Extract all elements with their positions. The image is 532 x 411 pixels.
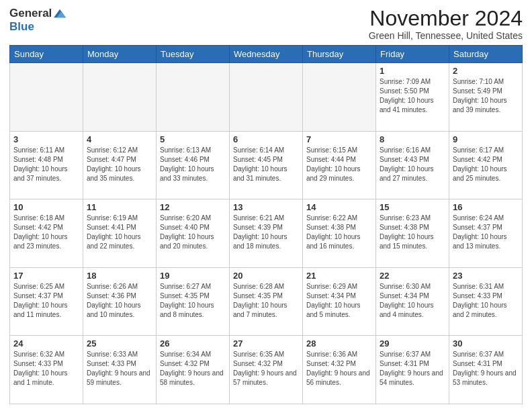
calendar-cell [230,63,303,132]
day-number: 2 [453,66,519,76]
day-number: 22 [380,271,445,281]
calendar-cell: 29Sunrise: 6:37 AMSunset: 4:31 PMDayligh… [376,336,449,404]
day-info: Sunrise: 6:27 AMSunset: 4:35 PMDaylight:… [160,282,226,320]
calendar-cell: 16Sunrise: 6:24 AMSunset: 4:37 PMDayligh… [449,199,523,268]
day-info: Sunrise: 7:09 AMSunset: 5:50 PMDaylight:… [380,77,445,115]
day-number: 28 [306,338,372,349]
page: General Blue November 2024 Green Hill, T… [0,0,532,411]
calendar-cell: 23Sunrise: 6:31 AMSunset: 4:33 PMDayligh… [449,267,523,336]
day-number: 7 [306,134,372,144]
day-number: 11 [87,202,152,212]
day-number: 13 [233,202,299,212]
calendar-cell: 13Sunrise: 6:21 AMSunset: 4:39 PMDayligh… [230,199,303,268]
day-number: 25 [87,338,152,349]
day-number: 30 [453,338,519,349]
day-number: 19 [160,271,226,281]
logo: General Blue [9,7,66,34]
day-info: Sunrise: 6:28 AMSunset: 4:35 PMDaylight:… [233,282,299,320]
calendar-cell: 17Sunrise: 6:25 AMSunset: 4:37 PMDayligh… [10,267,83,336]
day-number: 16 [453,202,519,212]
logo-general-text: General [9,7,52,20]
day-info: Sunrise: 6:17 AMSunset: 4:42 PMDaylight:… [453,146,519,183]
calendar-cell: 8Sunrise: 6:16 AMSunset: 4:43 PMDaylight… [376,131,449,199]
calendar-cell: 27Sunrise: 6:35 AMSunset: 4:32 PMDayligh… [230,336,303,404]
calendar-header-thursday: Thursday [303,46,376,63]
day-number: 10 [13,202,79,212]
calendar-header-saturday: Saturday [449,46,523,63]
day-info: Sunrise: 6:35 AMSunset: 4:32 PMDaylight:… [233,350,299,387]
calendar-header-row: SundayMondayTuesdayWednesdayThursdayFrid… [10,46,523,63]
day-number: 3 [13,134,79,144]
calendar-cell: 1Sunrise: 7:09 AMSunset: 5:50 PMDaylight… [376,63,449,132]
calendar-header-sunday: Sunday [10,46,83,63]
calendar-cell: 3Sunrise: 6:11 AMSunset: 4:48 PMDaylight… [10,131,83,199]
calendar-cell [157,63,230,132]
calendar-cell [303,63,376,132]
calendar-header-friday: Friday [376,46,449,63]
day-number: 6 [233,134,299,144]
calendar-cell: 25Sunrise: 6:33 AMSunset: 4:33 PMDayligh… [83,336,157,404]
day-info: Sunrise: 6:31 AMSunset: 4:33 PMDaylight:… [453,282,519,320]
day-info: Sunrise: 6:20 AMSunset: 4:40 PMDaylight:… [160,214,226,251]
day-info: Sunrise: 6:19 AMSunset: 4:41 PMDaylight:… [87,214,152,251]
day-number: 5 [160,134,226,144]
calendar-cell: 20Sunrise: 6:28 AMSunset: 4:35 PMDayligh… [230,267,303,336]
day-number: 8 [380,134,445,144]
logo-blue-text: Blue [9,20,34,34]
day-info: Sunrise: 6:29 AMSunset: 4:34 PMDaylight:… [306,282,372,320]
day-number: 9 [453,134,519,144]
day-info: Sunrise: 6:37 AMSunset: 4:31 PMDaylight:… [453,350,519,387]
calendar-cell: 10Sunrise: 6:18 AMSunset: 4:42 PMDayligh… [10,199,83,268]
day-info: Sunrise: 6:30 AMSunset: 4:34 PMDaylight:… [380,282,445,320]
calendar-cell: 30Sunrise: 6:37 AMSunset: 4:31 PMDayligh… [449,336,523,404]
calendar-cell: 28Sunrise: 6:36 AMSunset: 4:32 PMDayligh… [303,336,376,404]
day-number: 23 [453,271,519,281]
calendar-cell: 2Sunrise: 7:10 AMSunset: 5:49 PMDaylight… [449,63,523,132]
logo-icon [54,9,66,18]
calendar-header-wednesday: Wednesday [230,46,303,63]
day-info: Sunrise: 6:16 AMSunset: 4:43 PMDaylight:… [380,146,445,183]
day-info: Sunrise: 6:13 AMSunset: 4:46 PMDaylight:… [160,146,226,183]
calendar-cell: 21Sunrise: 6:29 AMSunset: 4:34 PMDayligh… [303,267,376,336]
calendar-cell [83,63,157,132]
day-info: Sunrise: 6:15 AMSunset: 4:44 PMDaylight:… [306,146,372,183]
day-info: Sunrise: 6:11 AMSunset: 4:48 PMDaylight:… [13,146,79,183]
day-info: Sunrise: 6:37 AMSunset: 4:31 PMDaylight:… [380,350,445,387]
calendar-cell: 7Sunrise: 6:15 AMSunset: 4:44 PMDaylight… [303,131,376,199]
calendar: SundayMondayTuesdayWednesdayThursdayFrid… [9,45,523,404]
calendar-cell: 14Sunrise: 6:22 AMSunset: 4:38 PMDayligh… [303,199,376,268]
day-number: 29 [380,338,445,349]
calendar-week-2: 3Sunrise: 6:11 AMSunset: 4:48 PMDaylight… [10,131,523,199]
calendar-cell: 5Sunrise: 6:13 AMSunset: 4:46 PMDaylight… [157,131,230,199]
calendar-cell: 4Sunrise: 6:12 AMSunset: 4:47 PMDaylight… [83,131,157,199]
header: General Blue November 2024 Green Hill, T… [9,7,523,41]
calendar-cell: 22Sunrise: 6:30 AMSunset: 4:34 PMDayligh… [376,267,449,336]
day-number: 27 [233,338,299,349]
day-number: 1 [380,66,445,76]
calendar-week-1: 1Sunrise: 7:09 AMSunset: 5:50 PMDaylight… [10,63,523,132]
day-info: Sunrise: 6:14 AMSunset: 4:45 PMDaylight:… [233,146,299,183]
day-number: 17 [13,271,79,281]
calendar-week-5: 24Sunrise: 6:32 AMSunset: 4:33 PMDayligh… [10,336,523,404]
day-number: 24 [13,338,79,349]
calendar-week-4: 17Sunrise: 6:25 AMSunset: 4:37 PMDayligh… [10,267,523,336]
day-number: 21 [306,271,372,281]
calendar-cell: 9Sunrise: 6:17 AMSunset: 4:42 PMDaylight… [449,131,523,199]
calendar-cell: 6Sunrise: 6:14 AMSunset: 4:45 PMDaylight… [230,131,303,199]
day-info: Sunrise: 6:18 AMSunset: 4:42 PMDaylight:… [13,214,79,251]
day-number: 12 [160,202,226,212]
calendar-cell: 19Sunrise: 6:27 AMSunset: 4:35 PMDayligh… [157,267,230,336]
calendar-cell: 26Sunrise: 6:34 AMSunset: 4:32 PMDayligh… [157,336,230,404]
day-info: Sunrise: 6:24 AMSunset: 4:37 PMDaylight:… [453,214,519,251]
day-number: 15 [380,202,445,212]
day-number: 20 [233,271,299,281]
calendar-header-monday: Monday [83,46,157,63]
day-info: Sunrise: 7:10 AMSunset: 5:49 PMDaylight:… [453,77,519,115]
month-title: November 2024 [369,7,523,30]
day-info: Sunrise: 6:32 AMSunset: 4:33 PMDaylight:… [13,350,79,387]
day-info: Sunrise: 6:34 AMSunset: 4:32 PMDaylight:… [160,350,226,387]
day-info: Sunrise: 6:23 AMSunset: 4:38 PMDaylight:… [380,214,445,251]
day-info: Sunrise: 6:25 AMSunset: 4:37 PMDaylight:… [13,282,79,320]
day-number: 18 [87,271,152,281]
day-info: Sunrise: 6:21 AMSunset: 4:39 PMDaylight:… [233,214,299,251]
